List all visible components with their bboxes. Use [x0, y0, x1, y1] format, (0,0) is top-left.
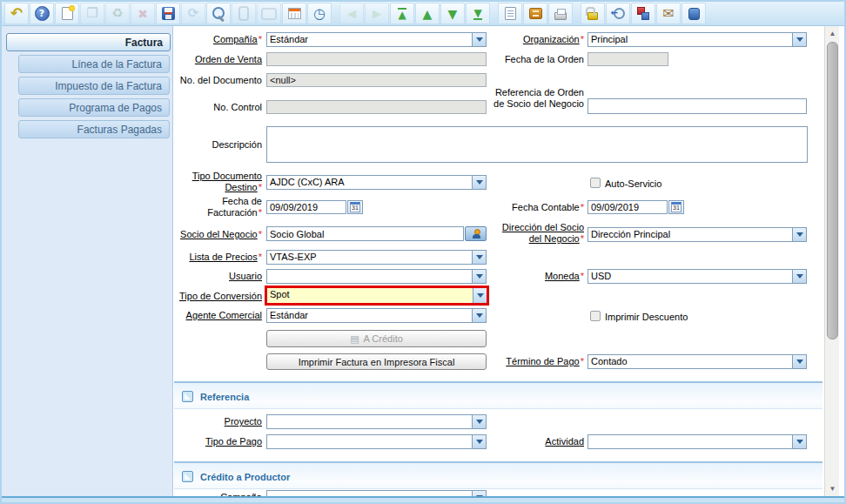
tipo-conversion-dropdown[interactable]: Spot — [265, 286, 488, 305]
chevron-down-icon[interactable] — [792, 228, 806, 241]
sidebar-tab-factura[interactable]: Factura — [6, 33, 171, 51]
fecha-facturacion-input[interactable] — [266, 200, 346, 214]
product-info-button[interactable] — [682, 3, 706, 24]
lista-precios-label[interactable]: Lista de Precios* — [175, 252, 262, 263]
zoom-across-icon — [611, 6, 626, 21]
actividad-dropdown[interactable] — [588, 434, 807, 449]
tipo-pago-value — [267, 435, 472, 448]
collapse-section-icon[interactable] — [182, 471, 193, 482]
no-del-documento-label: No. del Documento — [175, 75, 262, 86]
auto-servicio-checkbox[interactable] — [590, 178, 601, 188]
chevron-down-icon[interactable] — [472, 491, 486, 496]
chevron-down-icon[interactable] — [472, 415, 486, 428]
collapse-section-icon[interactable] — [182, 391, 193, 402]
history-button[interactable] — [307, 3, 332, 24]
compania-dropdown[interactable]: Estándar — [266, 32, 487, 47]
toolbar — [2, 2, 844, 26]
chevron-down-icon[interactable] — [792, 270, 806, 283]
fecha-contable-input[interactable] — [588, 200, 668, 214]
scroll-down-icon[interactable]: ▼ — [825, 481, 840, 496]
chevron-down-icon[interactable] — [472, 176, 486, 189]
scrollbar-thumb[interactable] — [827, 42, 838, 339]
sidebar-tab-programa-de-pagos[interactable]: Programa de Pagos — [18, 98, 170, 117]
scroll-up-icon[interactable]: ▲ — [825, 26, 840, 41]
calendar-button[interactable] — [282, 3, 306, 24]
direccion-socio-label[interactable]: Dirección del Socio del Negocio* — [493, 222, 584, 245]
chevron-down-icon[interactable] — [472, 251, 486, 264]
actividad-label[interactable]: Actividad — [493, 436, 584, 447]
sidebar-tab-impuesto-de-la-factura[interactable]: Impuesto de la Factura — [18, 77, 170, 95]
print-button[interactable] — [548, 3, 573, 24]
undo-icon — [10, 6, 23, 21]
new-record-button[interactable] — [55, 3, 79, 24]
usuario-label[interactable]: Usuario — [175, 271, 262, 282]
lock-button[interactable] — [581, 3, 605, 24]
parent-record-button[interactable] — [415, 3, 440, 24]
tipo-documento-destino-label[interactable]: Tipo Documento Destino* — [175, 171, 262, 193]
required-asterisk: * — [581, 202, 584, 212]
chevron-down-icon[interactable] — [792, 435, 806, 448]
chevron-down-icon[interactable] — [472, 435, 486, 448]
termino-pago-label[interactable]: Término de Pago* — [493, 356, 584, 367]
chevron-down-icon[interactable] — [472, 33, 486, 46]
agente-comercial-dropdown[interactable]: Estándar — [266, 308, 487, 323]
tipo-conversion-label[interactable]: Tipo de Conversión — [175, 291, 262, 302]
chevron-down-icon[interactable] — [792, 33, 806, 46]
compania-label[interactable]: Compañía* — [175, 34, 262, 45]
chevron-down-icon[interactable] — [473, 288, 487, 303]
chevron-down-icon[interactable] — [472, 270, 486, 283]
business-partner-icon[interactable] — [465, 226, 487, 241]
workflow-button[interactable] — [631, 3, 655, 24]
tipo-documento-destino-dropdown[interactable]: AJDC (CxC) ARA — [266, 175, 487, 190]
imprimir-descuento-checkbox[interactable] — [590, 311, 601, 321]
tipo-pago-dropdown[interactable] — [266, 434, 487, 449]
organizacion-dropdown[interactable]: Principal — [588, 32, 807, 47]
campana-value — [267, 491, 472, 496]
archive-button[interactable] — [523, 3, 547, 24]
no-control-input — [266, 100, 487, 114]
proyecto-dropdown[interactable] — [266, 414, 487, 429]
no-del-documento-input — [266, 73, 487, 87]
orden-de-venta-label[interactable]: Orden de Venta — [175, 54, 262, 65]
direccion-socio-dropdown[interactable]: Dirección Principal — [588, 227, 807, 242]
required-asterisk: * — [581, 356, 584, 366]
vertical-scrollbar[interactable]: ▲ ▼ — [824, 26, 839, 496]
sidebar-tab-facturas-pagadas[interactable]: Facturas Pagadas — [18, 120, 170, 138]
calendar-picker-icon[interactable] — [668, 200, 684, 214]
fecha-facturacion-label: Fecha de Facturación* — [175, 196, 262, 218]
lista-precios-dropdown[interactable]: VTAS-EXP — [266, 250, 487, 265]
chevron-down-icon[interactable] — [792, 355, 806, 368]
zoom-across-button[interactable] — [606, 3, 630, 24]
refresh-icon — [188, 7, 199, 20]
help-button[interactable] — [30, 3, 54, 24]
credit-printer-icon: ▤ — [350, 333, 359, 345]
find-icon — [212, 6, 226, 21]
proyecto-value — [267, 415, 472, 428]
undo-button[interactable] — [4, 3, 29, 24]
first-record-button[interactable] — [390, 3, 414, 24]
usuario-dropdown[interactable] — [266, 269, 487, 284]
campana-dropdown[interactable] — [266, 490, 487, 496]
referencia-socio-input[interactable] — [588, 98, 807, 114]
tipo-pago-label[interactable]: Tipo de Pago — [175, 436, 262, 447]
proyecto-label[interactable]: Proyecto — [175, 416, 262, 427]
calendar-picker-icon[interactable] — [347, 200, 363, 214]
organizacion-label[interactable]: Organización* — [493, 34, 584, 45]
save-button[interactable] — [156, 3, 180, 24]
termino-pago-dropdown[interactable]: Contado — [588, 354, 807, 369]
moneda-label[interactable]: Moneda* — [493, 271, 584, 282]
socio-negocio-label[interactable]: Socio del Negocio* — [175, 229, 262, 240]
campana-label[interactable]: Campaña — [175, 492, 262, 496]
last-record-button[interactable] — [466, 3, 490, 24]
sidebar-tab-linea-de-la-factura[interactable]: Línea de la Factura — [18, 55, 170, 73]
chevron-down-icon[interactable] — [472, 309, 486, 322]
imprimir-fiscal-button[interactable]: Imprimir Factura en Impresora Fiscal — [266, 353, 487, 370]
request-button[interactable] — [656, 3, 681, 24]
agente-comercial-label[interactable]: Agente Comercial — [175, 310, 262, 321]
socio-negocio-input[interactable] — [266, 226, 464, 241]
report-button[interactable] — [498, 3, 522, 24]
descripcion-textarea[interactable] — [266, 126, 808, 163]
moneda-dropdown[interactable]: USD — [588, 269, 807, 284]
detail-record-button[interactable] — [440, 3, 465, 24]
find-button[interactable] — [206, 3, 231, 24]
